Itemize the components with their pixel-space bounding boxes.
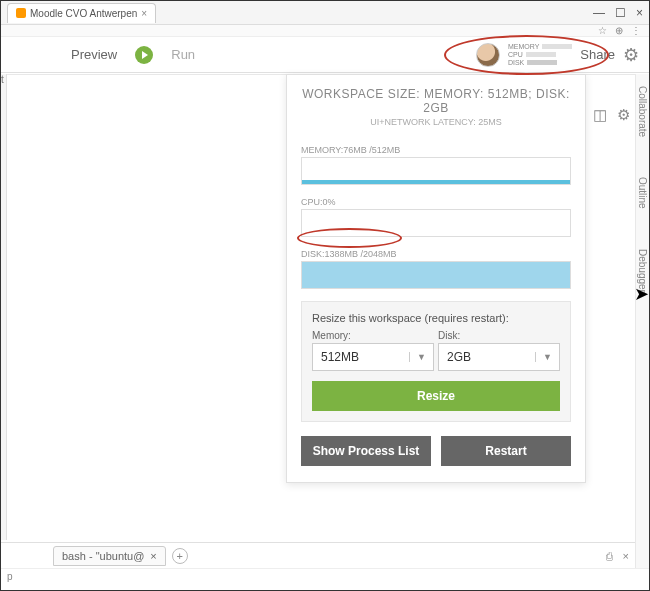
mini-cpu-label: CPU: [508, 51, 523, 59]
left-pane-edge: t: [1, 74, 7, 540]
disk-label: DISK:1388MB /2048MB: [301, 249, 571, 259]
terminal-tab[interactable]: bash - "ubuntu@ ×: [53, 546, 166, 566]
cursor-icon: ➤: [634, 283, 649, 305]
chevron-down-icon: ▼: [409, 352, 433, 362]
panel-header-icons: ◫ ⚙: [593, 106, 630, 124]
memory-select-label: Memory:: [312, 330, 434, 341]
latency-text: UI+NETWORK LATENCY: 25MS: [301, 117, 571, 127]
tab-close-icon[interactable]: ×: [141, 8, 147, 19]
close-icon[interactable]: ×: [636, 6, 643, 20]
favicon-icon: [16, 8, 26, 18]
browser-tab[interactable]: Moodle CVO Antwerpen ×: [7, 3, 156, 23]
mini-memory-bar: [542, 44, 572, 49]
avatar[interactable]: [476, 43, 500, 67]
run-button[interactable]: Run: [171, 47, 195, 62]
minimize-icon[interactable]: —: [593, 6, 605, 20]
browser-chrome: Moodle CVO Antwerpen × — ☐ ×: [1, 1, 649, 25]
printer-icon[interactable]: ⎙: [606, 550, 613, 562]
disk-meter: [301, 261, 571, 289]
tab-collaborate[interactable]: Collaborate: [637, 86, 648, 137]
cpu-label: CPU:0%: [301, 197, 571, 207]
terminal-tab-label: bash - "ubuntu@: [62, 550, 144, 562]
disk-fill: [302, 262, 570, 288]
memory-select[interactable]: 512MB ▼: [312, 343, 434, 371]
terminal-tabs: bash - "ubuntu@ × + ⎙ ×: [1, 542, 635, 568]
zoom-icon[interactable]: ⊕: [615, 25, 623, 36]
memory-select-value: 512MB: [313, 350, 409, 364]
status-bar: p: [1, 568, 649, 590]
address-bar: ☆ ⊕ ⋮: [1, 25, 649, 37]
memory-fill: [302, 180, 570, 184]
resize-box: Resize this workspace (requires restart)…: [301, 301, 571, 422]
settings-gear-icon[interactable]: ⚙: [617, 106, 630, 124]
right-sidebar: Collaborate Outline Debugger: [635, 74, 649, 590]
disk-select[interactable]: 2GB ▼: [438, 343, 560, 371]
resize-title: Resize this workspace (requires restart)…: [312, 312, 560, 324]
cpu-meter: [301, 209, 571, 237]
preview-button[interactable]: Preview: [71, 47, 117, 62]
memory-meter: [301, 157, 571, 185]
status-text: p: [7, 571, 13, 582]
memory-label: MEMORY:76MB /512MB: [301, 145, 571, 155]
popout-icon[interactable]: ◫: [593, 106, 607, 124]
close-terminal-icon[interactable]: ×: [623, 550, 629, 562]
add-terminal-button[interactable]: +: [172, 548, 188, 564]
resize-button[interactable]: Resize: [312, 381, 560, 411]
terminal-tab-close-icon[interactable]: ×: [150, 550, 156, 562]
panel-title: WORKSPACE SIZE: MEMORY: 512MB; DISK: 2GB: [301, 87, 571, 115]
gear-icon[interactable]: ⚙: [623, 44, 639, 66]
show-process-button[interactable]: Show Process List: [301, 436, 431, 466]
mini-memory-label: MEMORY: [508, 43, 539, 51]
disk-select-value: 2GB: [439, 350, 535, 364]
tab-outline[interactable]: Outline: [637, 177, 648, 209]
app-toolbar: Preview Run MEMORY CPU DISK Share ⚙: [1, 37, 649, 73]
disk-select-label: Disk:: [438, 330, 560, 341]
restart-button[interactable]: Restart: [441, 436, 571, 466]
menu-icon[interactable]: ⋮: [631, 25, 641, 36]
chevron-down-icon: ▼: [535, 352, 559, 362]
mini-disk-bar: [527, 60, 557, 65]
workspace-panel: WORKSPACE SIZE: MEMORY: 512MB; DISK: 2GB…: [286, 74, 586, 483]
restore-icon[interactable]: ☐: [615, 6, 626, 20]
star-icon[interactable]: ☆: [598, 25, 607, 36]
mini-disk-label: DISK: [508, 59, 524, 67]
window-controls: — ☐ ×: [593, 6, 643, 20]
mini-cpu-bar: [526, 52, 556, 57]
tab-title: Moodle CVO Antwerpen: [30, 8, 137, 19]
share-button[interactable]: Share: [580, 47, 615, 62]
play-icon[interactable]: [135, 46, 153, 64]
stats-mini[interactable]: MEMORY CPU DISK: [508, 43, 572, 67]
